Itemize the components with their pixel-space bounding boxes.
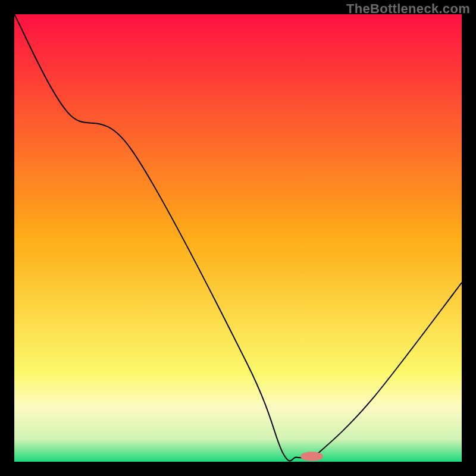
bottleneck-chart (14, 14, 462, 462)
plot-background (14, 14, 462, 462)
chart-frame: { "watermark": "TheBottleneck.com", "col… (0, 0, 476, 476)
optimum-marker (300, 452, 323, 461)
watermark-text: TheBottleneck.com (346, 1, 470, 17)
